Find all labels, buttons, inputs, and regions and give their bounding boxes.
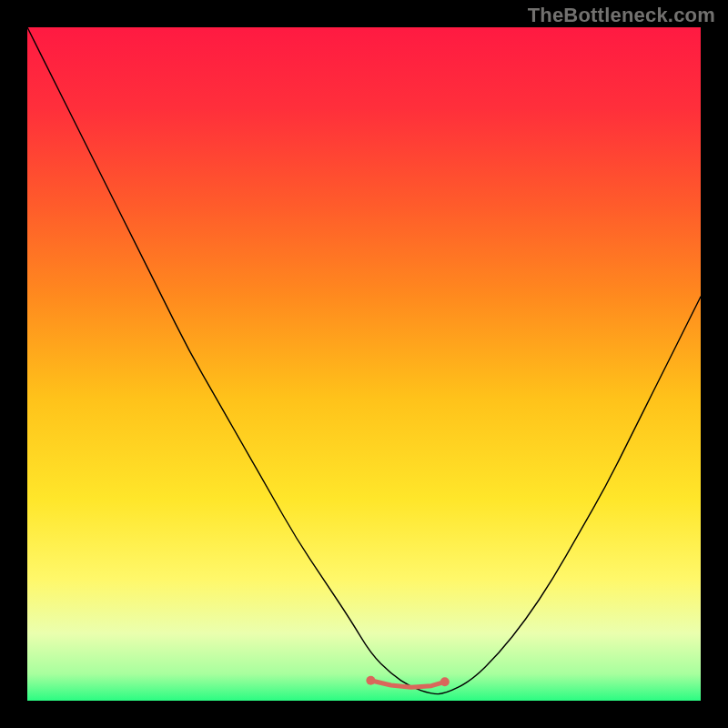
- chart-frame: TheBottleneck.com: [0, 0, 728, 728]
- plot-area: [27, 27, 701, 701]
- plot-background: [27, 27, 701, 701]
- watermark-text: TheBottleneck.com: [528, 4, 715, 27]
- low-bottleneck-start-dot: [366, 676, 375, 685]
- low-bottleneck-end-dot: [440, 677, 450, 686]
- plot-svg-root: [27, 27, 701, 701]
